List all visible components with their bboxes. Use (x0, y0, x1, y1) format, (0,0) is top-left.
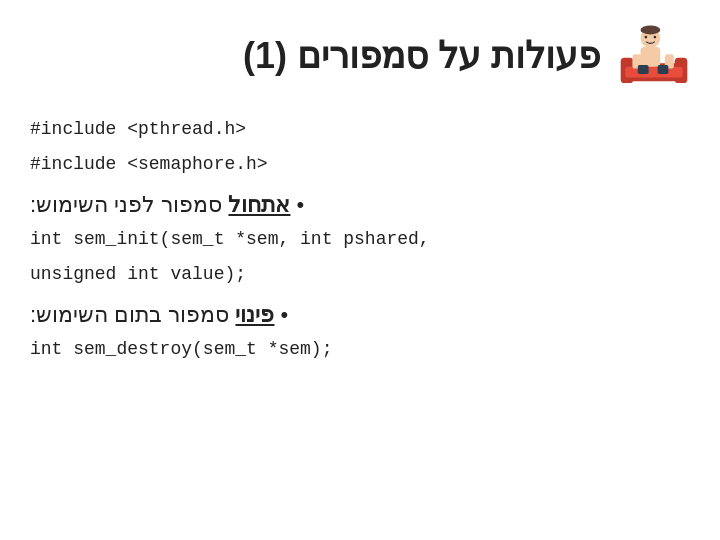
include-line-2: #include <semaphore.h> (30, 151, 690, 178)
bullet-1-prefix: אתחול (228, 192, 290, 217)
sem-init-line-1: int sem_init(sem_t *sem, int pshared, (30, 226, 690, 253)
bullet-2: • פינוי סמפור בתום השימוש: (30, 302, 690, 328)
bullet-2-prefix: פינוי (235, 302, 274, 327)
bullet-dot-1: • (296, 192, 304, 218)
bullet-dot-2: • (280, 302, 288, 328)
character-icon (618, 20, 690, 92)
sem-destroy-line: int sem_destroy(sem_t *sem); (30, 336, 690, 363)
page: פעולות על סמפורים (1) #include <pthread.… (0, 0, 720, 540)
svg-point-8 (654, 36, 657, 39)
bullet-2-suffix: סמפור בתום השימוש: (30, 302, 235, 327)
bullet-1: • אתחול סמפור לפני השימוש: (30, 192, 690, 218)
svg-rect-12 (658, 65, 669, 74)
page-title: פעולות על סמפורים (1) (243, 35, 600, 77)
svg-point-7 (645, 36, 648, 39)
bullet-2-text: פינוי סמפור בתום השימוש: (30, 302, 274, 328)
header: פעולות על סמפורים (1) (30, 20, 690, 92)
svg-point-6 (641, 25, 661, 34)
include-line-1: #include <pthread.h> (30, 116, 690, 143)
svg-rect-4 (641, 47, 661, 67)
svg-rect-3 (625, 67, 683, 78)
bullet-1-text: אתחול סמפור לפני השימוש: (30, 192, 290, 218)
bullet-1-suffix: סמפור לפני השימוש: (30, 192, 228, 217)
svg-rect-11 (638, 65, 649, 74)
content-area: #include <pthread.h> #include <semaphore… (30, 116, 690, 363)
sem-init-line-2: unsigned int value); (30, 261, 690, 288)
